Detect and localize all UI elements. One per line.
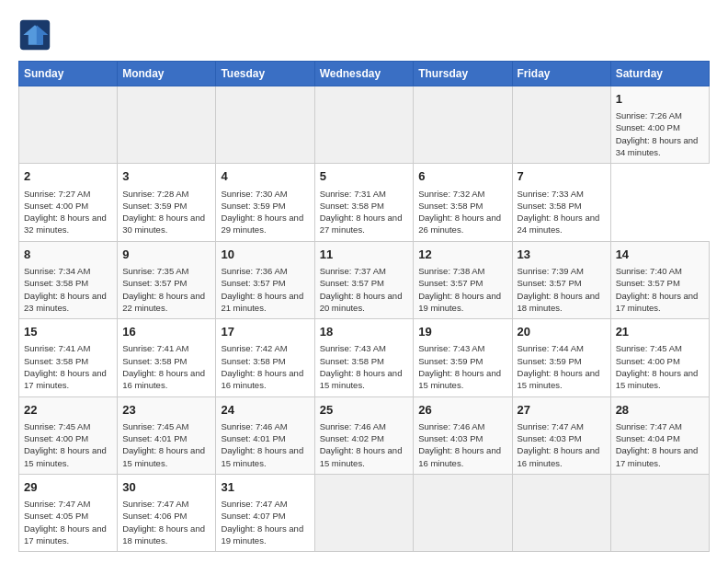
day-number: 28 [616,402,704,419]
day-number: 1 [616,91,704,108]
calendar-cell: 4Sunrise: 7:30 AMSunset: 3:59 PMDaylight… [216,164,314,241]
day-number: 23 [122,402,210,419]
day-number: 15 [24,324,112,340]
calendar-cell: 3Sunrise: 7:28 AMSunset: 3:59 PMDaylight… [118,164,216,241]
calendar-cell: 24Sunrise: 7:46 AMSunset: 4:01 PMDayligh… [216,396,314,474]
day-number: 22 [24,402,112,419]
day-number: 29 [24,479,112,496]
calendar-cell [414,474,512,551]
calendar-cell: 6Sunrise: 7:32 AMSunset: 3:58 PMDaylight… [414,164,512,241]
day-number: 31 [221,479,309,496]
calendar-cell [512,474,610,551]
calendar-cell: 14Sunrise: 7:40 AMSunset: 3:57 PMDayligh… [610,241,709,318]
calendar-cell [610,474,709,551]
day-number: 9 [122,247,210,263]
day-number: 13 [518,247,606,263]
day-number: 4 [221,168,309,185]
calendar-cell: 9Sunrise: 7:35 AMSunset: 3:57 PMDaylight… [118,241,216,318]
calendar-cell: 2Sunrise: 7:27 AMSunset: 4:00 PMDaylight… [19,164,118,241]
day-number: 6 [418,168,506,185]
day-number: 26 [418,402,506,419]
day-number: 2 [24,168,112,185]
calendar-cell: 10Sunrise: 7:36 AMSunset: 3:57 PMDayligh… [216,241,314,318]
logo [18,18,55,52]
week-row-4: 15Sunrise: 7:41 AMSunset: 3:58 PMDayligh… [19,319,710,396]
day-number: 21 [616,324,704,340]
calendar-cell: 29Sunrise: 7:47 AMSunset: 4:05 PMDayligh… [19,474,118,551]
day-header-wednesday: Wednesday [314,62,414,86]
day-number: 14 [616,247,704,263]
day-number: 27 [518,402,606,419]
day-number: 5 [320,168,409,185]
day-header-sunday: Sunday [19,62,118,86]
day-number: 3 [122,168,210,185]
week-row-5: 22Sunrise: 7:45 AMSunset: 4:00 PMDayligh… [19,396,710,474]
calendar-cell [314,474,414,551]
calendar-cell: 5Sunrise: 7:31 AMSunset: 3:58 PMDaylight… [314,164,414,241]
calendar-cell: 11Sunrise: 7:37 AMSunset: 3:57 PMDayligh… [314,241,414,318]
calendar-cell: 19Sunrise: 7:43 AMSunset: 3:59 PMDayligh… [414,319,512,396]
week-row-6: 29Sunrise: 7:47 AMSunset: 4:05 PMDayligh… [19,474,710,551]
calendar-cell: 20Sunrise: 7:44 AMSunset: 3:59 PMDayligh… [512,319,610,396]
calendar-cell: 16Sunrise: 7:41 AMSunset: 3:58 PMDayligh… [118,319,216,396]
day-header-tuesday: Tuesday [216,62,314,86]
calendar-cell [19,86,118,164]
day-number: 12 [418,247,506,263]
day-number: 7 [518,168,606,185]
calendar-cell [414,86,512,164]
day-number: 11 [320,247,409,263]
calendar-cell: 1Sunrise: 7:26 AMSunset: 4:00 PMDaylight… [610,86,709,164]
calendar-cell: 21Sunrise: 7:45 AMSunset: 4:00 PMDayligh… [610,319,709,396]
calendar-cell: 22Sunrise: 7:45 AMSunset: 4:00 PMDayligh… [19,396,118,474]
calendar-cell: 26Sunrise: 7:46 AMSunset: 4:03 PMDayligh… [414,396,512,474]
calendar-cell: 30Sunrise: 7:47 AMSunset: 4:06 PMDayligh… [118,474,216,551]
calendar-cell: 23Sunrise: 7:45 AMSunset: 4:01 PMDayligh… [118,396,216,474]
calendar-cell [314,86,414,164]
day-header-thursday: Thursday [414,62,512,86]
day-number: 16 [122,324,210,340]
day-number: 20 [518,324,606,340]
day-header-monday: Monday [118,62,216,86]
day-number: 18 [320,324,409,340]
calendar-cell: 13Sunrise: 7:39 AMSunset: 3:57 PMDayligh… [512,241,610,318]
day-header-saturday: Saturday [610,62,709,86]
calendar-cell: 17Sunrise: 7:42 AMSunset: 3:58 PMDayligh… [216,319,314,396]
calendar-cell: 7Sunrise: 7:33 AMSunset: 3:58 PMDaylight… [512,164,610,241]
day-number: 24 [221,402,309,419]
calendar-cell [512,86,610,164]
page-header [18,18,710,52]
calendar-cell: 18Sunrise: 7:43 AMSunset: 3:58 PMDayligh… [314,319,414,396]
calendar-cell: 12Sunrise: 7:38 AMSunset: 3:57 PMDayligh… [414,241,512,318]
day-number: 8 [24,247,112,263]
week-row-3: 8Sunrise: 7:34 AMSunset: 3:58 PMDaylight… [19,241,710,318]
calendar-table: SundayMondayTuesdayWednesdayThursdayFrid… [18,61,710,552]
day-number: 19 [418,324,506,340]
calendar-cell: 15Sunrise: 7:41 AMSunset: 3:58 PMDayligh… [19,319,118,396]
calendar-cell: 28Sunrise: 7:47 AMSunset: 4:04 PMDayligh… [610,396,709,474]
week-row-2: 2Sunrise: 7:27 AMSunset: 4:00 PMDaylight… [19,164,710,241]
week-row-1: 1Sunrise: 7:26 AMSunset: 4:00 PMDaylight… [19,86,710,164]
calendar-cell: 31Sunrise: 7:47 AMSunset: 4:07 PMDayligh… [216,474,314,551]
day-number: 10 [221,247,309,263]
day-header-friday: Friday [512,62,610,86]
logo-icon [18,18,51,52]
day-number: 30 [122,479,210,496]
calendar-cell: 27Sunrise: 7:47 AMSunset: 4:03 PMDayligh… [512,396,610,474]
calendar-cell [216,86,314,164]
calendar-cell: 25Sunrise: 7:46 AMSunset: 4:02 PMDayligh… [314,396,414,474]
calendar-cell [118,86,216,164]
calendar-cell: 8Sunrise: 7:34 AMSunset: 3:58 PMDaylight… [19,241,118,318]
day-number: 25 [320,402,409,419]
day-number: 17 [221,324,309,340]
